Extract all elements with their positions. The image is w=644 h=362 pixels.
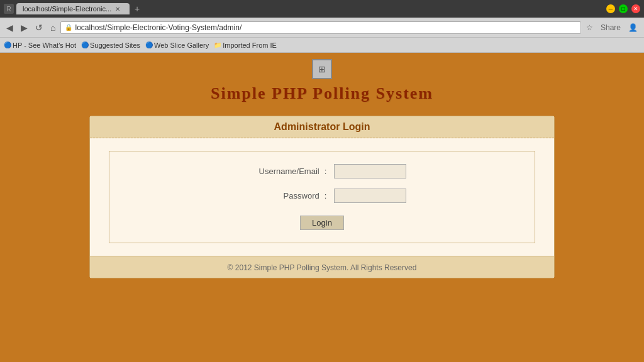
username-row: Username/Email : <box>238 164 407 178</box>
forward-button[interactable]: ▶ <box>18 21 30 34</box>
page-content: ⊞ Simple PHP Polling System Administrato… <box>0 53 644 362</box>
bookmark-web-slice-label: Web Slice Gallery <box>154 41 209 49</box>
maximize-button[interactable]: □ <box>619 4 628 13</box>
share-button[interactable]: Share <box>598 22 623 33</box>
bookmark-suggested[interactable]: 🔵 Suggested Sites <box>81 41 140 49</box>
password-colon: : <box>325 191 327 200</box>
login-form: Username/Email : Password : Login <box>109 151 535 243</box>
login-body: Username/Email : Password : Login <box>90 138 554 256</box>
bookmark-suggested-icon: 🔵 <box>81 41 89 48</box>
username-input[interactable] <box>334 164 406 178</box>
home-button[interactable]: ⌂ <box>48 21 58 34</box>
bookmark-imported-icon: 📁 <box>214 41 221 48</box>
browser-tab[interactable]: localhost/Simple-Electronic... ✕ <box>16 3 130 14</box>
address-text: localhost/Simple-Electronic-Voting-Syste… <box>75 23 242 32</box>
logo-icon: ⊞ <box>318 64 326 74</box>
password-input[interactable] <box>334 189 406 203</box>
tab-close-button[interactable]: ✕ <box>115 6 120 13</box>
footer-text: © 2012 Simple PHP Polling System. All Ri… <box>228 263 417 272</box>
refresh-button[interactable]: ↺ <box>33 21 45 34</box>
person-button[interactable]: 👤 <box>626 22 640 33</box>
bookmark-suggested-label: Suggested Sites <box>90 41 140 49</box>
browser-icon: R <box>4 4 14 14</box>
site-title: Simple PHP Polling System <box>211 84 433 103</box>
login-header-text: Administrator Login <box>274 121 370 132</box>
username-label: Username/Email <box>238 167 319 176</box>
back-button[interactable]: ◀ <box>4 21 16 34</box>
bookmark-web-slice[interactable]: 🔵 Web Slice Gallery <box>145 41 209 49</box>
bookmark-imported[interactable]: 📁 Imported From IE <box>214 41 277 49</box>
bookmark-imported-label: Imported From IE <box>223 41 277 49</box>
password-label: Password <box>238 191 319 200</box>
address-bar[interactable]: 🔒 localhost/Simple-Electronic-Voting-Sys… <box>60 21 581 34</box>
username-colon: : <box>325 167 327 176</box>
close-button[interactable]: ✕ <box>631 4 640 13</box>
bookmark-hp[interactable]: 🔵 HP - See What's Hot <box>4 41 76 49</box>
login-container: Administrator Login Username/Email : Pas… <box>89 116 555 278</box>
bookmark-hp-icon: 🔵 <box>4 41 11 48</box>
logo-box: ⊞ <box>312 59 332 79</box>
new-tab-button[interactable]: + <box>132 4 142 14</box>
tab-label: localhost/Simple-Electronic... <box>23 5 111 13</box>
favorites-button[interactable]: ☆ <box>584 22 596 33</box>
login-footer: © 2012 Simple PHP Polling System. All Ri… <box>90 256 554 278</box>
lock-icon: 🔒 <box>65 24 72 31</box>
login-header: Administrator Login <box>90 116 554 138</box>
bookmark-hp-label: HP - See What's Hot <box>13 41 76 49</box>
minimize-button[interactable]: ─ <box>606 4 615 13</box>
bookmarks-bar: 🔵 HP - See What's Hot 🔵 Suggested Sites … <box>0 38 644 53</box>
login-button[interactable]: Login <box>300 216 344 230</box>
password-row: Password : <box>238 189 407 203</box>
bookmark-web-slice-icon: 🔵 <box>145 41 153 48</box>
